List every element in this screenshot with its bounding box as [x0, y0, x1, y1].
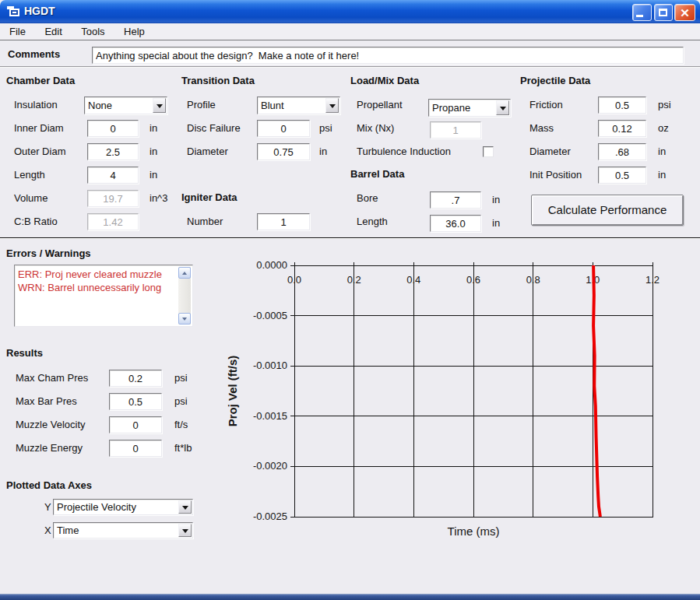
- maximize-button[interactable]: [654, 4, 673, 21]
- chevron-down-icon: [182, 318, 187, 321]
- svg-text:1.2: 1.2: [645, 274, 660, 286]
- minimize-button[interactable]: [632, 4, 652, 21]
- projectile-diameter-field[interactable]: [598, 143, 646, 160]
- cb-ratio-label: C:B Ratio: [14, 213, 58, 230]
- cb-ratio-field: [87, 213, 139, 230]
- profile-dropdown-button[interactable]: [325, 98, 339, 113]
- x-axis-dropdown[interactable]: Time: [53, 522, 193, 539]
- barrel-length-unit: in: [492, 215, 500, 232]
- error-line: ERR: Proj never cleared muzzle: [15, 268, 192, 281]
- y-axis-dropdown-button[interactable]: [178, 500, 192, 514]
- disc-failure-label: Disc Failure: [187, 120, 241, 137]
- barrel-length-field[interactable]: [430, 215, 481, 232]
- turbulence-checkbox[interactable]: [483, 146, 494, 157]
- max-bar-pres-field[interactable]: [109, 393, 162, 410]
- menu-edit[interactable]: Edit: [37, 23, 69, 40]
- chevron-down-icon: [182, 529, 188, 533]
- menu-file[interactable]: File: [2, 23, 33, 40]
- muzzle-velocity-unit: ft/s: [174, 416, 188, 433]
- friction-unit: psi: [658, 96, 671, 114]
- inner-diam-field[interactable]: [87, 120, 139, 137]
- propellant-dropdown[interactable]: Propane: [428, 99, 511, 117]
- muzzle-energy-unit: ft*lb: [174, 440, 192, 457]
- minimize-icon: [636, 15, 643, 17]
- outer-diam-field[interactable]: [87, 143, 139, 160]
- svg-text:0.6: 0.6: [466, 274, 480, 286]
- insulation-value: None: [88, 97, 112, 114]
- chamber-length-field[interactable]: [87, 167, 139, 184]
- y-axis-select-label: Y: [44, 499, 51, 515]
- init-position-field[interactable]: [598, 167, 646, 184]
- friction-label: Friction: [529, 96, 563, 114]
- scroll-up-button[interactable]: [178, 267, 191, 279]
- svg-text:0.8: 0.8: [526, 274, 540, 286]
- errors-scrollbar[interactable]: [178, 267, 191, 325]
- svg-text:-0.0025: -0.0025: [253, 511, 287, 522]
- volume-label: Volume: [14, 190, 47, 207]
- svg-text:-0.0015: -0.0015: [253, 410, 287, 422]
- volume-unit: in^3: [149, 190, 167, 207]
- window-bottom-border: [0, 594, 700, 600]
- volume-field: [87, 190, 139, 207]
- max-cham-pres-label: Max Cham Pres: [16, 370, 88, 387]
- bore-field[interactable]: [430, 191, 481, 209]
- projectile-diameter-label: Diameter: [529, 143, 571, 160]
- mass-field[interactable]: [598, 120, 646, 137]
- muzzle-velocity-field[interactable]: [109, 416, 162, 433]
- igniter-number-field[interactable]: [257, 213, 310, 230]
- transition-diameter-label: Diameter: [187, 143, 228, 160]
- comments-input[interactable]: [92, 47, 684, 64]
- chamber-data-title: Chamber Data: [6, 75, 75, 86]
- insulation-label: Insulation: [14, 96, 58, 114]
- init-position-unit: in: [658, 167, 666, 184]
- y-axis-value: Projectile Velocity: [57, 500, 136, 514]
- chevron-down-icon: [500, 107, 506, 111]
- maximize-icon: [659, 9, 667, 16]
- outer-diam-label: Outer Diam: [14, 143, 65, 160]
- profile-value: Blunt: [261, 97, 284, 114]
- velocity-time-plot: 0.0000-0.0005-0.0010-0.0015-0.0020-0.002…: [226, 241, 700, 553]
- menu-help[interactable]: Help: [116, 23, 153, 40]
- menu-tools[interactable]: Tools: [73, 23, 112, 40]
- profile-dropdown[interactable]: Blunt: [257, 96, 340, 114]
- transition-diameter-unit: in: [319, 143, 327, 160]
- disc-failure-field[interactable]: [257, 120, 310, 137]
- y-axis-dropdown[interactable]: Projectile Velocity: [53, 499, 193, 515]
- title-bar[interactable]: HGDT ✕: [0, 0, 700, 23]
- transition-diameter-field[interactable]: [257, 143, 310, 160]
- errors-listbox[interactable]: ERR: Proj never cleared muzzle WRN: Barr…: [14, 265, 193, 327]
- menu-bar: File Edit Tools Help: [0, 23, 700, 40]
- calculate-performance-button[interactable]: Calculate Performance: [531, 195, 684, 226]
- muzzle-energy-field[interactable]: [109, 440, 162, 457]
- chevron-up-icon: [182, 272, 187, 275]
- scroll-down-button[interactable]: [178, 313, 191, 325]
- loadmix-data-title: Load/Mix Data: [350, 75, 419, 86]
- outer-diam-unit: in: [149, 143, 157, 160]
- projectile-diameter-unit: in: [658, 143, 666, 160]
- insulation-dropdown[interactable]: None: [84, 96, 167, 114]
- mass-unit: oz: [658, 120, 669, 137]
- muzzle-energy-label: Muzzle Energy: [16, 440, 83, 457]
- svg-text:0.0: 0.0: [287, 274, 301, 286]
- chevron-down-icon: [329, 104, 336, 108]
- friction-field[interactable]: [598, 96, 646, 114]
- bore-unit: in: [492, 191, 500, 209]
- insulation-dropdown-button[interactable]: [153, 98, 166, 113]
- svg-text:-0.0010: -0.0010: [253, 360, 287, 371]
- init-position-label: Init Position: [529, 167, 582, 184]
- max-cham-pres-field[interactable]: [109, 370, 162, 387]
- plotted-data-axes-title: Plotted Data Axes: [6, 479, 92, 491]
- x-axis-select-label: X: [44, 522, 51, 539]
- propellant-dropdown-button[interactable]: [496, 100, 509, 115]
- close-icon: ✕: [675, 5, 695, 20]
- svg-text:-0.0020: -0.0020: [253, 460, 287, 472]
- chevron-down-icon: [157, 104, 163, 108]
- x-axis-dropdown-button[interactable]: [178, 524, 192, 537]
- svg-text:Proj Vel (ft/s): Proj Vel (ft/s): [226, 356, 239, 427]
- close-button[interactable]: ✕: [674, 4, 695, 21]
- max-bar-pres-unit: psi: [174, 393, 188, 410]
- barrel-length-label: Length: [357, 213, 388, 230]
- svg-text:-0.0005: -0.0005: [253, 310, 287, 321]
- chamber-length-label: Length: [14, 167, 45, 184]
- mix-label: Mix (Nx): [357, 120, 394, 137]
